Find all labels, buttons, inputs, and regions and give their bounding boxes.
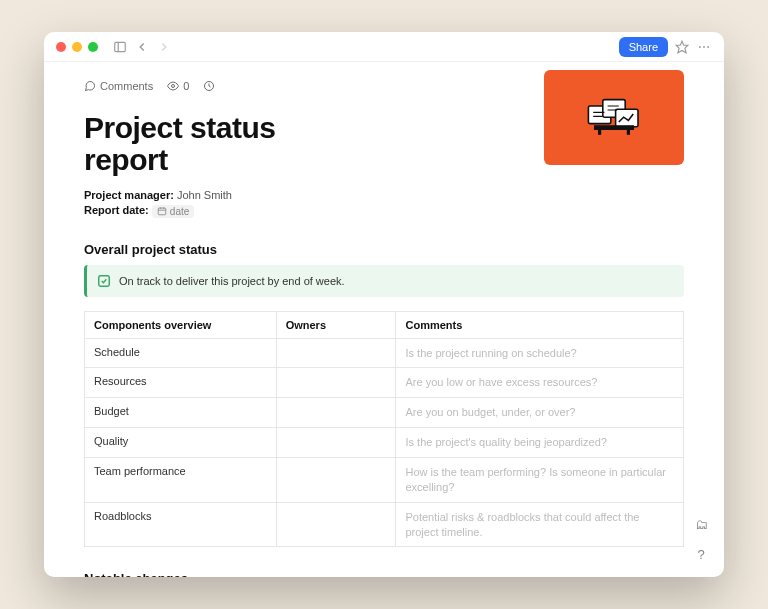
- share-button[interactable]: Share: [619, 37, 668, 57]
- maximize-window-button[interactable]: [88, 42, 98, 52]
- status-callout[interactable]: On track to deliver this project by end …: [84, 265, 684, 297]
- favorite-icon[interactable]: [674, 39, 690, 55]
- svg-point-5: [707, 46, 709, 48]
- table-row[interactable]: RoadblocksPotential risks & roadblocks t…: [85, 502, 684, 547]
- date-label: Report date:: [84, 204, 149, 216]
- component-name-cell[interactable]: Budget: [85, 398, 277, 428]
- nav-forward-button[interactable]: [156, 39, 172, 55]
- svg-marker-2: [676, 41, 688, 53]
- report-date-line[interactable]: Report date: date: [84, 204, 684, 218]
- table-row[interactable]: ResourcesAre you low or have excess reso…: [85, 368, 684, 398]
- page-title[interactable]: Project status report: [84, 112, 344, 175]
- window-controls: [56, 42, 98, 52]
- svg-point-4: [703, 46, 705, 48]
- th-comments: Comments: [396, 311, 684, 338]
- status-section-title[interactable]: Overall project status: [84, 242, 684, 257]
- status-callout-text: On track to deliver this project by end …: [119, 275, 345, 287]
- views-indicator[interactable]: 0: [167, 80, 189, 92]
- th-components: Components overview: [85, 311, 277, 338]
- nav-back-button[interactable]: [134, 39, 150, 55]
- svg-rect-10: [616, 109, 638, 127]
- minimize-window-button[interactable]: [72, 42, 82, 52]
- component-owner-cell[interactable]: [276, 428, 396, 458]
- help-button[interactable]: ?: [690, 543, 712, 565]
- component-comment-cell[interactable]: Potential risks & roadblocks that could …: [396, 502, 684, 547]
- component-name-cell[interactable]: Roadblocks: [85, 502, 277, 547]
- svg-rect-0: [115, 42, 126, 51]
- floating-actions: 🗂 ?: [690, 513, 712, 565]
- history-icon[interactable]: [203, 80, 215, 92]
- cover-image[interactable]: [544, 70, 684, 165]
- svg-rect-17: [627, 130, 630, 135]
- date-value: date: [170, 206, 189, 217]
- component-name-cell[interactable]: Resources: [85, 368, 277, 398]
- component-owner-cell[interactable]: [276, 368, 396, 398]
- table-row[interactable]: QualityIs the project's quality being je…: [85, 428, 684, 458]
- quick-actions-button[interactable]: 🗂: [690, 513, 712, 535]
- cover-illustration-icon: [574, 88, 654, 148]
- views-count: 0: [183, 80, 189, 92]
- component-comment-cell[interactable]: How is the team performing? Is someone i…: [396, 457, 684, 502]
- component-comment-cell[interactable]: Are you low or have excess resources?: [396, 368, 684, 398]
- more-options-icon[interactable]: [696, 39, 712, 55]
- table-row[interactable]: Team performanceHow is the team performi…: [85, 457, 684, 502]
- check-square-icon: [97, 274, 111, 288]
- comments-label: Comments: [100, 80, 153, 92]
- document-body[interactable]: Comments 0: [44, 62, 724, 577]
- component-comment-cell[interactable]: Is the project's quality being jeopardiz…: [396, 428, 684, 458]
- table-header-row: Components overview Owners Comments: [85, 311, 684, 338]
- svg-point-6: [172, 85, 175, 88]
- calendar-icon: [157, 206, 167, 216]
- component-owner-cell[interactable]: [276, 502, 396, 547]
- pm-value: John Smith: [177, 189, 232, 201]
- component-owner-cell[interactable]: [276, 457, 396, 502]
- close-window-button[interactable]: [56, 42, 66, 52]
- sidebar-toggle-icon[interactable]: [112, 39, 128, 55]
- component-owner-cell[interactable]: [276, 398, 396, 428]
- component-comment-cell[interactable]: Are you on budget, under, or over?: [396, 398, 684, 428]
- th-owners: Owners: [276, 311, 396, 338]
- svg-rect-16: [598, 130, 601, 135]
- project-manager-line[interactable]: Project manager: John Smith: [84, 189, 684, 201]
- component-owner-cell[interactable]: [276, 338, 396, 368]
- table-row[interactable]: ScheduleIs the project running on schedu…: [85, 338, 684, 368]
- component-name-cell[interactable]: Schedule: [85, 338, 277, 368]
- svg-rect-15: [594, 125, 634, 130]
- component-name-cell[interactable]: Quality: [85, 428, 277, 458]
- titlebar: Share: [44, 32, 724, 62]
- date-chip[interactable]: date: [152, 205, 194, 218]
- app-window: Share Comments 0: [44, 32, 724, 577]
- pm-label: Project manager:: [84, 189, 174, 201]
- component-name-cell[interactable]: Team performance: [85, 457, 277, 502]
- notable-section-title[interactable]: Notable changes: [84, 571, 684, 577]
- table-row[interactable]: BudgetAre you on budget, under, or over?: [85, 398, 684, 428]
- svg-rect-18: [158, 208, 166, 215]
- svg-point-3: [699, 46, 701, 48]
- comments-button[interactable]: Comments: [84, 80, 153, 92]
- components-table[interactable]: Components overview Owners Comments Sche…: [84, 311, 684, 548]
- component-comment-cell[interactable]: Is the project running on schedule?: [396, 338, 684, 368]
